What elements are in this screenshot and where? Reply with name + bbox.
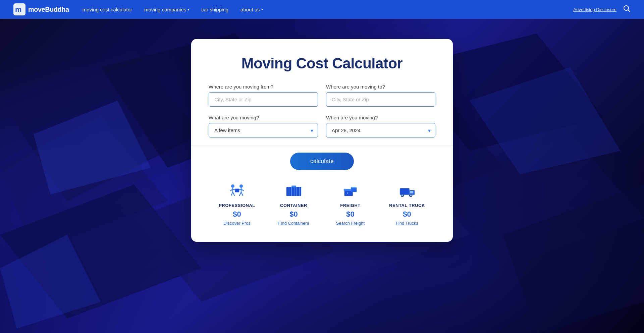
svg-rect-40 bbox=[351, 187, 356, 192]
container-value: $0 bbox=[289, 210, 298, 219]
nav-links: moving cost calculator moving companies … bbox=[83, 7, 574, 12]
svg-rect-31 bbox=[286, 187, 301, 196]
to-group: Where are you moving to? bbox=[326, 84, 435, 107]
logo[interactable]: m moveBuddha bbox=[13, 3, 69, 15]
card-title: Moving Cost Calculator bbox=[209, 55, 435, 72]
svg-point-18 bbox=[231, 184, 234, 188]
calculate-button[interactable]: calculate bbox=[290, 153, 354, 170]
nav-right: Advertising Disclosure bbox=[573, 5, 631, 14]
what-select-wrapper: A few items 1 bedroom 2 bedrooms 3 bedro… bbox=[209, 123, 318, 137]
svg-line-26 bbox=[239, 192, 241, 196]
logo-text: moveBuddha bbox=[28, 6, 69, 13]
svg-line-17 bbox=[628, 10, 630, 12]
result-freight: FREIGHT $0 Search Freight bbox=[322, 179, 379, 228]
advertising-disclosure[interactable]: Advertising Disclosure bbox=[573, 7, 616, 12]
freight-link[interactable]: Search Freight bbox=[336, 221, 365, 226]
chevron-down-icon: ▾ bbox=[187, 8, 189, 11]
svg-rect-43 bbox=[399, 188, 409, 195]
svg-rect-45 bbox=[410, 191, 413, 193]
truck-value: $0 bbox=[403, 210, 411, 219]
container-icon bbox=[285, 182, 303, 200]
what-group: What are you moving? A few items 1 bedro… bbox=[209, 115, 318, 137]
nav-link-about[interactable]: about us ▾ bbox=[240, 7, 263, 12]
professional-link[interactable]: Discover Pros bbox=[223, 221, 251, 226]
search-icon[interactable] bbox=[623, 5, 631, 14]
svg-text:m: m bbox=[15, 5, 22, 14]
svg-line-20 bbox=[231, 192, 233, 196]
calculate-wrapper: calculate bbox=[209, 153, 435, 170]
freight-value: $0 bbox=[346, 210, 354, 219]
results-grid: PROFESSIONAL $0 Discover Pros bbox=[209, 179, 435, 228]
what-select[interactable]: A few items 1 bedroom 2 bedrooms 3 bedro… bbox=[209, 123, 318, 137]
container-link[interactable]: Find Containers bbox=[278, 221, 309, 226]
calculator-card: Moving Cost Calculator Where are you mov… bbox=[191, 39, 453, 242]
nav-link-car-shipping[interactable]: car shipping bbox=[201, 7, 228, 12]
professional-value: $0 bbox=[233, 210, 241, 219]
from-group: Where are you moving from? bbox=[209, 84, 318, 107]
result-container: CONTAINER $0 Find Containers bbox=[265, 179, 322, 228]
when-select-wrapper: Apr 28, 2024 ▾ bbox=[326, 123, 435, 137]
svg-line-27 bbox=[241, 192, 243, 196]
truck-icon bbox=[398, 182, 416, 200]
svg-rect-41 bbox=[351, 187, 356, 188]
what-label: What are you moving? bbox=[209, 115, 318, 120]
when-group: When are you moving? Apr 28, 2024 ▾ bbox=[326, 115, 435, 137]
nav-link-companies[interactable]: moving companies ▾ bbox=[144, 7, 189, 12]
to-label: Where are you moving to? bbox=[326, 84, 435, 90]
freight-icon bbox=[342, 182, 359, 200]
from-label: Where are you moving from? bbox=[209, 84, 318, 90]
svg-point-24 bbox=[239, 184, 243, 188]
truck-label: RENTAL TRUCK bbox=[389, 203, 425, 208]
result-professional: PROFESSIONAL $0 Discover Pros bbox=[209, 179, 265, 228]
main-content: Moving Cost Calculator Where are you mov… bbox=[0, 19, 644, 333]
divider bbox=[191, 146, 453, 146]
when-select[interactable]: Apr 28, 2024 bbox=[326, 123, 435, 137]
chevron-down-icon: ▾ bbox=[261, 8, 263, 11]
result-truck: RENTAL TRUCK $0 Find Trucks bbox=[379, 179, 435, 228]
container-label: CONTAINER bbox=[280, 203, 307, 208]
navbar: m moveBuddha moving cost calculator movi… bbox=[0, 0, 644, 19]
to-input[interactable] bbox=[326, 92, 435, 107]
details-row: What are you moving? A few items 1 bedro… bbox=[209, 115, 435, 137]
svg-rect-37 bbox=[291, 186, 296, 187]
from-input[interactable] bbox=[209, 92, 318, 107]
professional-label: PROFESSIONAL bbox=[219, 203, 255, 208]
svg-line-21 bbox=[233, 192, 234, 196]
truck-link[interactable]: Find Trucks bbox=[396, 221, 418, 226]
when-label: When are you moving? bbox=[326, 115, 435, 120]
freight-label: FREIGHT bbox=[340, 203, 361, 208]
logo-icon: m bbox=[13, 3, 25, 15]
location-row: Where are you moving from? Where are you… bbox=[209, 84, 435, 107]
nav-link-calculator[interactable]: moving cost calculator bbox=[83, 7, 132, 12]
professional-icon bbox=[228, 182, 246, 200]
svg-rect-30 bbox=[235, 189, 239, 192]
svg-point-42 bbox=[347, 192, 348, 194]
